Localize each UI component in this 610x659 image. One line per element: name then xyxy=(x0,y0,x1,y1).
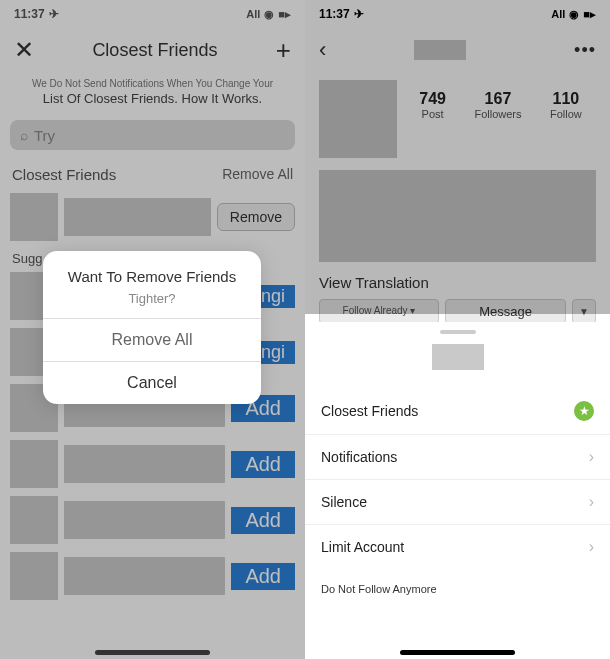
page-title: Closest Friends xyxy=(92,40,217,61)
sheet-item-label: Do Not Follow Anymore xyxy=(321,583,437,595)
add-button[interactable]: Add xyxy=(231,563,295,590)
sheet-item-label: Silence xyxy=(321,494,367,510)
remove-button[interactable]: Remove xyxy=(217,203,295,231)
search-icon: ⌕ xyxy=(20,127,28,143)
sheet-handle[interactable] xyxy=(440,330,476,334)
friend-name[interactable] xyxy=(64,198,211,236)
avatar[interactable] xyxy=(10,440,58,488)
close-icon[interactable]: ✕ xyxy=(14,36,34,64)
info-text: We Do Not Send Notifications When You Ch… xyxy=(0,72,305,112)
suggested-row: Add xyxy=(0,548,305,604)
modal-remove-all-button[interactable]: Remove All xyxy=(43,318,261,361)
avatar[interactable] xyxy=(10,552,58,600)
sheet-overlay[interactable] xyxy=(305,0,610,314)
wifi-icon: ◉ xyxy=(264,8,274,21)
plus-icon[interactable]: + xyxy=(276,35,291,66)
info-line2[interactable]: List Of Closest Friends. How It Works. xyxy=(16,91,289,106)
home-indicator[interactable] xyxy=(400,650,515,655)
add-button[interactable]: Add xyxy=(231,451,295,478)
modal-title: Want To Remove Friends xyxy=(43,251,261,291)
info-line1: We Do Not Send Notifications When You Ch… xyxy=(16,78,289,89)
search-placeholder: Try xyxy=(34,127,55,144)
modal-cancel-button[interactable]: Cancel xyxy=(43,361,261,404)
friend-row: Remove xyxy=(0,189,305,245)
send-icon: ✈ xyxy=(49,7,59,21)
sheet-item-label: Notifications xyxy=(321,449,397,465)
status-time: 11:37 xyxy=(14,7,45,21)
confirm-modal: Want To Remove Friends Tighter? Remove A… xyxy=(43,251,261,404)
sheet-item-label: Closest Friends xyxy=(321,403,418,419)
status-bar: 11:37 ✈ All ◉ ■▸ xyxy=(0,0,305,28)
friend-name[interactable] xyxy=(64,557,225,595)
add-button[interactable]: Add xyxy=(231,507,295,534)
sheet-avatar xyxy=(432,344,484,370)
chevron-right-icon: › xyxy=(589,448,594,466)
sheet-limit-account[interactable]: Limit Account › xyxy=(305,525,610,569)
sheet-item-label: Limit Account xyxy=(321,539,404,555)
sheet-unfollow[interactable]: Do Not Follow Anymore xyxy=(305,569,610,619)
sheet-closest-friends[interactable]: Closest Friends ★ xyxy=(305,388,610,435)
signal-text: All xyxy=(246,8,260,20)
friend-name[interactable] xyxy=(64,445,225,483)
modal-subtitle: Tighter? xyxy=(43,291,261,318)
bottom-sheet: Closest Friends ★ Notifications › Silenc… xyxy=(305,322,610,659)
home-indicator[interactable] xyxy=(95,650,210,655)
avatar[interactable] xyxy=(10,496,58,544)
sheet-notifications[interactable]: Notifications › xyxy=(305,435,610,480)
section-label: Closest Friends xyxy=(12,166,116,183)
battery-icon: ■▸ xyxy=(278,8,291,21)
sheet-silence[interactable]: Silence › xyxy=(305,480,610,525)
search-input[interactable]: ⌕ Try xyxy=(10,120,295,150)
remove-all-link[interactable]: Remove All xyxy=(222,166,293,183)
suggested-row: Add xyxy=(0,436,305,492)
friend-name[interactable] xyxy=(64,501,225,539)
star-icon: ★ xyxy=(574,401,594,421)
avatar[interactable] xyxy=(10,193,58,241)
chevron-right-icon: › xyxy=(589,493,594,511)
section-header: Closest Friends Remove All xyxy=(0,158,305,189)
chevron-right-icon: › xyxy=(589,538,594,556)
suggested-row: Add xyxy=(0,492,305,548)
header: ✕ Closest Friends + xyxy=(0,28,305,72)
